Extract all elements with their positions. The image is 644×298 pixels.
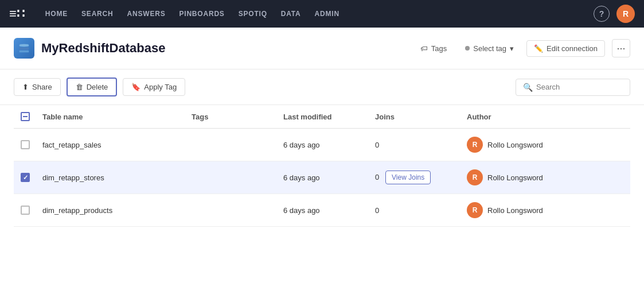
- row-checkbox-cell: [14, 129, 37, 161]
- row-checkbox[interactable]: [21, 140, 30, 149]
- apply-tag-label: Apply Tag: [144, 83, 177, 91]
- data-table: Table name Tags Last modified Joins Auth…: [14, 105, 630, 227]
- row-last-modified: 6 days ago: [278, 129, 369, 161]
- author-name: Rollo Longsword: [487, 173, 543, 182]
- row-author: R Rollo Longsword: [461, 194, 630, 227]
- th-author: Author: [461, 105, 630, 129]
- nav-pinboards[interactable]: PINBOARDS: [179, 7, 224, 20]
- share-button[interactable]: ⬆ Share: [14, 78, 61, 96]
- nav-spotiq[interactable]: SPOTIQ: [239, 7, 267, 20]
- help-button[interactable]: ?: [594, 6, 610, 22]
- row-tags: [186, 161, 278, 194]
- search-icon: 🔍: [523, 83, 533, 92]
- search-input[interactable]: [536, 83, 623, 91]
- svg-rect-2: [19, 51, 29, 53]
- table-row: dim_retapp_stores 6 days ago 0 View Join…: [14, 161, 630, 194]
- row-author: R Rollo Longsword: [461, 129, 630, 161]
- table-row: fact_retapp_sales 6 days ago 0 R Rollo L…: [14, 129, 630, 161]
- edit-connection-button[interactable]: ✏️ Edit connection: [526, 40, 605, 57]
- row-table-name: dim_retapp_products: [37, 194, 186, 227]
- row-author: R Rollo Longsword: [461, 161, 630, 194]
- tag-icon: 🔖: [131, 83, 140, 91]
- apply-tag-button[interactable]: 🔖 Apply Tag: [123, 78, 185, 96]
- nav-home[interactable]: HOME: [45, 7, 68, 20]
- page-header: MyRedshiftDatabase 🏷 Tags Select tag ▾ ✏…: [0, 28, 644, 69]
- nav-data[interactable]: DATA: [281, 7, 301, 20]
- row-last-modified: 6 days ago: [278, 161, 369, 194]
- author-name: Rollo Longsword: [487, 206, 543, 215]
- header-actions: 🏷 Tags Select tag ▾ ✏️ Edit connection ·…: [415, 39, 630, 57]
- row-joins: 0 View Joins: [369, 161, 461, 194]
- select-tag-dot-icon: [465, 46, 470, 51]
- table-wrap: Table name Tags Last modified Joins Auth…: [0, 105, 644, 241]
- nav-admin[interactable]: ADMIN: [315, 7, 339, 20]
- delete-button[interactable]: 🗑 Delete: [67, 78, 118, 96]
- user-avatar[interactable]: R: [616, 5, 635, 23]
- chevron-down-icon: ▾: [510, 44, 514, 53]
- pencil-icon: ✏️: [534, 44, 543, 53]
- joins-value: 0: [375, 173, 379, 181]
- author-avatar: R: [467, 169, 483, 185]
- row-checkbox[interactable]: [21, 206, 30, 215]
- nav-search[interactable]: SEARCH: [81, 7, 113, 20]
- row-last-modified: 6 days ago: [278, 194, 369, 227]
- select-all-checkbox[interactable]: [21, 112, 30, 121]
- database-icon: [14, 38, 34, 59]
- row-checkbox-cell: [14, 161, 37, 194]
- share-icon: ⬆: [22, 83, 29, 91]
- th-last-modified: Last modified: [278, 105, 369, 129]
- row-joins: 0: [369, 129, 461, 161]
- row-table-name: dim_retapp_stores: [37, 161, 186, 194]
- table-row: dim_retapp_products 6 days ago 0 R Rollo…: [14, 194, 630, 227]
- tags-button[interactable]: 🏷 Tags: [415, 41, 452, 56]
- author-avatar: R: [467, 202, 483, 218]
- nav-right: ? R: [594, 5, 635, 23]
- view-joins-button[interactable]: View Joins: [385, 171, 431, 184]
- author-avatar: R: [467, 137, 483, 153]
- select-tag-button[interactable]: Select tag ▾: [459, 41, 520, 56]
- select-tag-label: Select tag: [473, 44, 506, 53]
- logo: ≡∷: [9, 6, 25, 21]
- row-tags: [186, 129, 278, 161]
- svg-point-3: [19, 44, 29, 47]
- th-tags: Tags: [186, 105, 278, 129]
- row-checkbox[interactable]: [21, 173, 30, 182]
- th-joins: Joins: [369, 105, 461, 129]
- svg-rect-1: [19, 47, 29, 50]
- th-table-name: Table name: [37, 105, 186, 129]
- search-wrapper: 🔍: [516, 79, 630, 96]
- nav-answers[interactable]: ANSWERS: [127, 7, 166, 20]
- more-options-button[interactable]: ···: [612, 39, 630, 57]
- toolbar: ⬆ Share 🗑 Delete 🔖 Apply Tag 🔍: [0, 69, 644, 105]
- delete-label: Delete: [87, 83, 108, 91]
- table-header-row: Table name Tags Last modified Joins Auth…: [14, 105, 630, 129]
- navbar: ≡∷ HOME SEARCH ANSWERS PINBOARDS SPOTIQ …: [0, 0, 644, 28]
- row-joins: 0: [369, 194, 461, 227]
- tag-icon: 🏷: [420, 44, 428, 53]
- row-tags: [186, 194, 278, 227]
- trash-icon: 🗑: [76, 83, 83, 91]
- share-label: Share: [32, 83, 52, 91]
- edit-connection-label: Edit connection: [547, 44, 598, 53]
- page-title: MyRedshiftDatabase: [41, 41, 165, 56]
- author-name: Rollo Longsword: [487, 141, 543, 149]
- row-table-name: fact_retapp_sales: [37, 129, 186, 161]
- row-checkbox-cell: [14, 194, 37, 227]
- th-checkbox: [14, 105, 37, 129]
- tags-label: Tags: [431, 44, 447, 53]
- page: MyRedshiftDatabase 🏷 Tags Select tag ▾ ✏…: [0, 28, 644, 298]
